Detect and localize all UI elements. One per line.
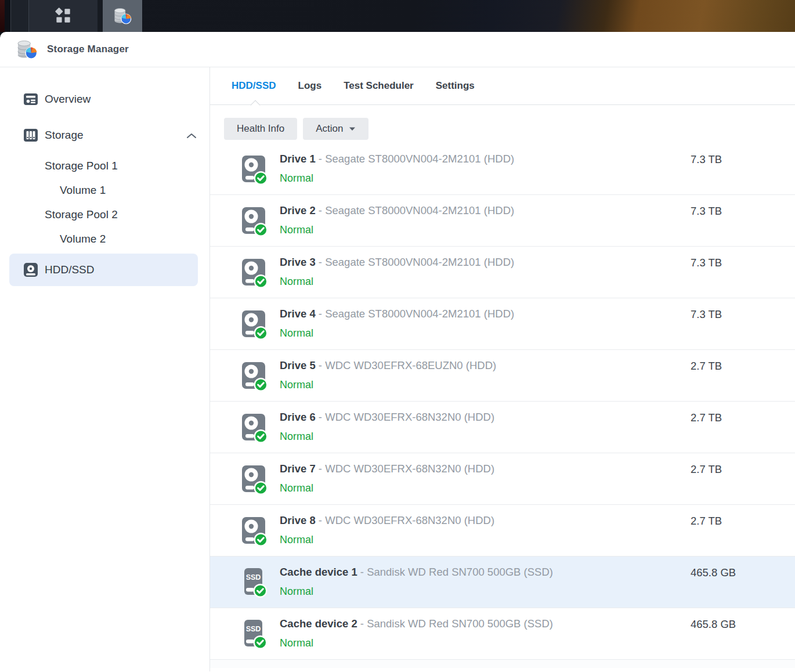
toolbar: Health Info Action [224,118,795,140]
ssd-icon [241,567,268,598]
drive-row[interactable]: Drive 1 - Seagate ST8000VN004-2M2101 (HD… [210,143,795,195]
drive-model: Sandisk WD Red SN700 500GB (SSD) [367,566,553,578]
hdd-icon [241,154,268,185]
hdd-icon [241,412,268,443]
sidebar-item-storage-pool-1[interactable]: Storage Pool 1 [0,154,209,178]
drive-title: Cache device 1 - Sandisk WD Red SN700 50… [280,566,553,579]
drive-capacity: 2.7 TB [691,411,722,424]
hdd-icon [241,309,268,339]
drive-capacity: 7.3 TB [691,205,722,218]
drive-model: Seagate ST8000VN004-2M2101 (HDD) [325,308,514,320]
list-overflow-edge [210,660,795,668]
drive-status: Normal [280,586,313,598]
sidebar-item-overview[interactable]: Overview [0,85,209,113]
storage-manager-task-button[interactable] [103,0,142,32]
drive-capacity: 2.7 TB [691,515,722,528]
drive-capacity: 7.3 TB [691,308,722,321]
drive-row[interactable]: Cache device 2 - Sandisk WD Red SN700 50… [210,608,795,660]
drive-name: Drive 4 [280,308,316,320]
drive-title: Drive 8 - WDC WD30EFRX-68N32N0 (HDD) [280,514,494,527]
nas-bays-icon [23,128,38,143]
sidebar-item-storage[interactable]: Storage [0,121,209,149]
drive-status: Normal [280,637,313,649]
drive-name: Drive 6 [280,411,316,423]
hdd-icon [241,257,268,288]
drive-model: Seagate ST8000VN004-2M2101 (HDD) [325,204,514,216]
sidebar-item-volume-2[interactable]: Volume 2 [0,227,209,251]
drive-capacity: 465.8 GB [691,566,736,579]
drive-row-selected[interactable]: Cache device 1 - Sandisk WD Red SN700 50… [210,557,795,608]
action-dropdown-button[interactable]: Action [303,118,368,140]
caret-down-icon [349,127,356,131]
window-title: Storage Manager [47,44,129,55]
drive-row[interactable]: Drive 3 - Seagate ST8000VN004-2M2101 (HD… [210,247,795,298]
tab-settings[interactable]: Settings [436,80,475,92]
separator: - [360,566,364,578]
sidebar-item-storage-pool-2[interactable]: Storage Pool 2 [0,203,209,227]
drive-title: Cache device 2 - Sandisk WD Red SN700 50… [280,617,553,630]
drive-title: Drive 1 - Seagate ST8000VN004-2M2101 (HD… [280,153,514,165]
drive-title: Drive 7 - WDC WD30EFRX-68N32N0 (HDD) [280,463,494,475]
drive-model: Seagate ST8000VN004-2M2101 (HDD) [325,256,514,268]
tab-hdd-ssd[interactable]: HDD/SSD [232,80,276,92]
sidebar-item-volume-1[interactable]: Volume 1 [0,178,209,203]
storage-manager-window: Storage Manager Overview [0,32,795,672]
disk-icon [23,262,38,277]
sidebar-item-label: Volume 1 [60,184,106,197]
sidebar-item-label: Storage Pool 2 [45,208,118,221]
drive-model: WDC WD30EFRX-68EUZN0 (HDD) [325,359,496,371]
sidebar-item-label: Storage Pool 1 [45,160,118,172]
window-header: Storage Manager [0,32,795,67]
drive-row[interactable]: Drive 6 - WDC WD30EFRX-68N32N0 (HDD) Nor… [210,402,795,453]
taskbar-segment [97,0,103,32]
drive-name: Drive 1 [280,153,316,165]
drive-name: Cache device 2 [280,617,357,630]
drive-status: Normal [280,482,313,494]
drive-name: Drive 3 [280,256,316,268]
sidebar-item-label: Volume 2 [60,233,106,245]
taskbar-segment [11,0,28,32]
drive-model: WDC WD30EFRX-68N32N0 (HDD) [325,463,494,475]
tab-logs[interactable]: Logs [298,80,322,92]
hdd-icon [241,360,268,391]
drive-capacity: 7.3 TB [691,153,722,166]
drive-row[interactable]: Drive 7 - WDC WD30EFRX-68N32N0 (HDD) Nor… [210,453,795,505]
storage-manager-app-icon [16,39,38,60]
health-info-button[interactable]: Health Info [224,118,297,140]
app-grid-icon [54,6,73,26]
drive-model: Seagate ST8000VN004-2M2101 (HDD) [325,153,514,165]
separator: - [319,204,322,216]
drive-name: Drive 2 [280,204,316,216]
drive-title: Drive 4 - Seagate ST8000VN004-2M2101 (HD… [280,308,514,320]
drive-list: Drive 1 - Seagate ST8000VN004-2M2101 (HD… [210,143,795,668]
main-menu-button[interactable] [29,0,97,32]
separator: - [319,308,322,320]
drive-row[interactable]: Drive 4 - Seagate ST8000VN004-2M2101 (HD… [210,298,795,350]
sidebar-item-label: Storage [45,129,84,142]
sidebar-item-hdd-ssd[interactable]: HDD/SSD [9,254,198,286]
drive-status: Normal [280,431,313,443]
drive-name: Cache device 1 [280,566,357,578]
drive-status: Normal [280,534,313,546]
drive-capacity: 2.7 TB [691,463,722,476]
tab-test-scheduler[interactable]: Test Scheduler [344,80,414,92]
main-content: HDD/SSD Logs Test Scheduler Settings Hea… [210,67,795,671]
sidebar: Overview Storage Storage Pool [0,67,210,671]
drive-model: WDC WD30EFRX-68N32N0 (HDD) [325,514,494,526]
sidebar-item-label: HDD/SSD [45,263,95,276]
separator: - [319,514,322,526]
storage-manager-app-icon [113,7,132,25]
separator: - [319,153,322,165]
drive-status: Normal [280,172,313,185]
drive-status: Normal [280,327,313,339]
drive-capacity: 7.3 TB [691,256,722,269]
drive-capacity: 2.7 TB [691,360,722,373]
drive-row[interactable]: Drive 5 - WDC WD30EFRX-68EUZN0 (HDD) Nor… [210,350,795,402]
drive-name: Drive 8 [280,514,316,526]
chevron-up-icon[interactable] [186,129,197,142]
drive-status: Normal [280,224,313,236]
drive-row[interactable]: Drive 2 - Seagate ST8000VN004-2M2101 (HD… [210,195,795,247]
sidebar-item-label: Overview [45,93,91,106]
drive-row[interactable]: Drive 8 - WDC WD30EFRX-68N32N0 (HDD) Nor… [210,505,795,557]
drive-model: WDC WD30EFRX-68N32N0 (HDD) [325,411,494,423]
